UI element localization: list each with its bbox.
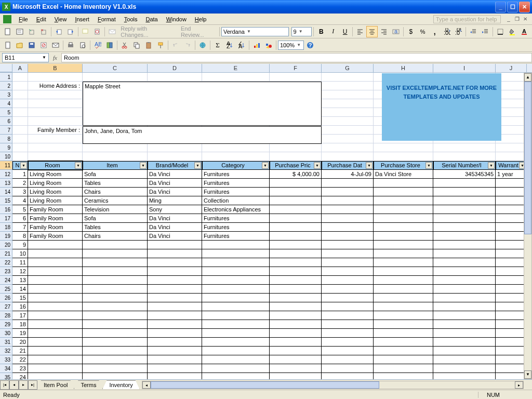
reply-changes-button[interactable]: Reply with Changes... (118, 25, 178, 38)
table-header-no[interactable]: N▼ (12, 161, 28, 170)
cell[interactable] (28, 90, 83, 99)
fill-color-button[interactable] (507, 26, 518, 37)
row-header-27[interactable]: 27 (0, 302, 12, 311)
cell-warranty[interactable] (496, 223, 527, 232)
cell[interactable] (28, 294, 83, 302)
cell[interactable] (496, 258, 527, 267)
cell[interactable] (202, 294, 270, 302)
cell[interactable] (28, 373, 83, 379)
cell-serial[interactable] (433, 205, 496, 214)
row-header-34[interactable]: 34 (0, 364, 12, 373)
cell[interactable] (28, 249, 83, 258)
cell-serial[interactable] (433, 214, 496, 223)
cell[interactable] (202, 73, 270, 82)
cell[interactable] (322, 152, 374, 161)
cell-no[interactable]: 22 (12, 355, 28, 364)
cell[interactable] (322, 338, 374, 347)
menu-view[interactable]: View (50, 15, 71, 23)
save-button[interactable] (26, 39, 37, 51)
cell[interactable] (148, 311, 202, 320)
cell[interactable] (148, 249, 202, 258)
cell-serial[interactable] (433, 179, 496, 188)
cell[interactable] (202, 285, 270, 294)
cell-brand[interactable]: Da Vinci (148, 179, 202, 188)
reject-change-icon[interactable] (38, 26, 49, 37)
cell[interactable] (433, 355, 496, 364)
cell[interactable] (28, 276, 83, 285)
update-file-icon[interactable] (91, 26, 103, 37)
cell[interactable] (270, 338, 322, 347)
cell[interactable] (148, 143, 202, 152)
filter-icon[interactable]: ▼ (75, 162, 82, 169)
cell[interactable] (433, 320, 496, 329)
cell-price[interactable] (270, 196, 322, 205)
cell[interactable] (270, 285, 322, 294)
cell-no[interactable]: 18 (12, 320, 28, 329)
cell-store[interactable] (374, 214, 433, 223)
cell[interactable] (28, 302, 83, 311)
maximize-button[interactable]: ☐ (507, 2, 518, 12)
send-mail-icon[interactable] (107, 26, 118, 37)
hscroll-thumb[interactable] (151, 381, 379, 389)
cell[interactable] (12, 90, 28, 99)
cell[interactable] (28, 258, 83, 267)
print-preview-button[interactable] (77, 39, 88, 51)
cell[interactable] (322, 302, 374, 311)
cell[interactable] (270, 241, 322, 249)
cell[interactable] (148, 73, 202, 82)
row-header-8[interactable]: 8 (0, 135, 12, 143)
cell-no[interactable]: 7 (12, 223, 28, 232)
row-header-19[interactable]: 19 (0, 232, 12, 241)
research-button[interactable] (104, 39, 115, 51)
cell[interactable] (83, 143, 148, 152)
cell[interactable] (433, 347, 496, 355)
cell[interactable] (148, 373, 202, 379)
cell[interactable] (83, 320, 148, 329)
cell[interactable] (202, 267, 270, 276)
cell[interactable] (28, 338, 83, 347)
cell-no[interactable]: 20 (12, 338, 28, 347)
cell[interactable] (322, 99, 374, 108)
cell-date[interactable]: 4-Jul-09 (322, 170, 374, 179)
next-sheet-button[interactable]: ▸ (19, 380, 28, 390)
cell-store[interactable]: Da Vinci Store (374, 170, 433, 179)
italic-button[interactable]: I (327, 26, 339, 37)
format-painter-button[interactable] (155, 39, 166, 51)
cell-item[interactable]: Chairs (83, 232, 148, 241)
cell[interactable] (374, 152, 433, 161)
cell-serial[interactable] (433, 196, 496, 205)
table-header-serial[interactable]: Serial Number/I▼ (433, 161, 496, 170)
increase-indent-button[interactable] (480, 26, 491, 37)
cell[interactable] (270, 364, 322, 373)
cell[interactable] (202, 258, 270, 267)
cell-no[interactable]: 15 (12, 294, 28, 302)
cell[interactable] (202, 152, 270, 161)
fx-button[interactable]: fx (49, 55, 61, 61)
cell-brand[interactable]: Da Vinci (148, 188, 202, 196)
cell[interactable] (322, 143, 374, 152)
cell-brand[interactable]: Da Vinci (148, 232, 202, 241)
cell-category[interactable]: Furnitures (202, 223, 270, 232)
minimize-button[interactable]: _ (495, 2, 506, 12)
cell[interactable] (202, 364, 270, 373)
row-header-31[interactable]: 31 (0, 338, 12, 347)
cell-brand[interactable]: Da Vinci (148, 214, 202, 223)
row-header-33[interactable]: 33 (0, 355, 12, 364)
cell[interactable] (496, 267, 527, 276)
cell-brand[interactable]: Sony (148, 205, 202, 214)
cell-store[interactable] (374, 196, 433, 205)
cell-serial[interactable] (433, 188, 496, 196)
cell[interactable] (148, 355, 202, 364)
cell-room[interactable]: Living Room (28, 179, 83, 188)
cell[interactable] (322, 90, 374, 99)
prev-sheet-button[interactable]: ◂ (9, 380, 19, 390)
cell[interactable] (83, 249, 148, 258)
cell-price[interactable]: $ 4,000.00 (270, 170, 322, 179)
cell[interactable] (374, 373, 433, 379)
cell[interactable] (12, 152, 28, 161)
accept-change-icon[interactable] (26, 26, 37, 37)
cell-no[interactable]: 24 (12, 373, 28, 379)
cell[interactable] (28, 285, 83, 294)
font-size-combo[interactable]: 9▼ (291, 27, 312, 36)
row-header-30[interactable]: 30 (0, 329, 12, 338)
